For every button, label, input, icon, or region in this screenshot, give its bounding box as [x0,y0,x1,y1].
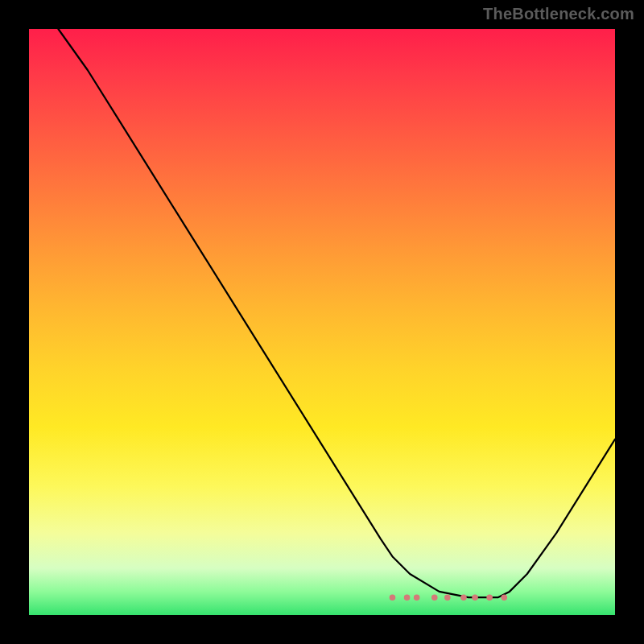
plot-area [29,29,615,615]
bottleneck-curve [58,29,615,597]
chart-frame: TheBottleneck.com [0,0,644,644]
watermark-text: TheBottleneck.com [483,5,634,23]
curve-svg [29,29,615,615]
